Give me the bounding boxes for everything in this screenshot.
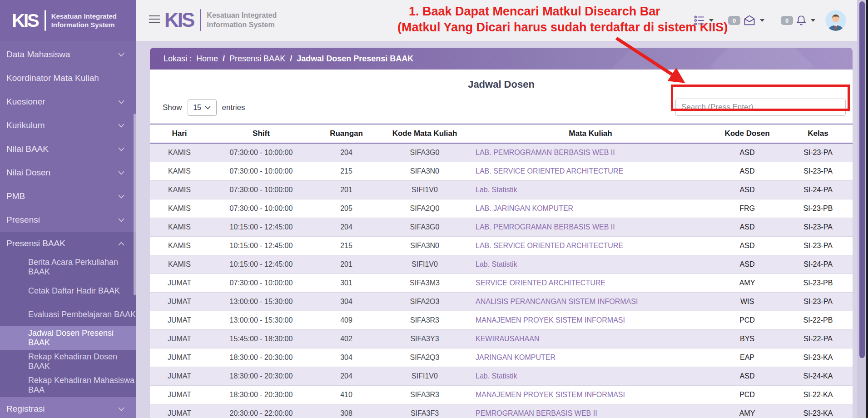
sidebar-item-registrasi[interactable]: Registrasi [0, 397, 136, 418]
sidebar-item-data-mahasiswa[interactable]: Data Mahasiswa [0, 43, 136, 66]
mata-kuliah-link[interactable]: LAB. SERVICE ORIENTED ARCHITECTURE [470, 237, 711, 255]
sidebar-subitem-rekap-kehadiran-mahasiswa-baa[interactable]: Rekap Kehadiran Mahasiswa BAA [0, 373, 136, 397]
checklist-icon [694, 15, 705, 26]
topbar: KIS Kesatuan Integrated Information Syst… [136, 0, 868, 41]
table-row: KAMIS07:30:00 - 10:00:00215SIFA3N0LAB. S… [150, 162, 853, 181]
sidebar-group-kurikulum: Kurikulum [0, 114, 136, 137]
cell-kode-mata-kuliah: SIFA2O3 [379, 293, 470, 311]
mata-kuliah-link[interactable]: MANAJEMEN PROYEK SISTEM INFORMASI [470, 311, 711, 330]
cell-kelas: SI-23-PB [784, 199, 853, 218]
breadcrumb-item-presensi-baak[interactable]: Presensi BAAK [229, 54, 285, 63]
cell-kode-dosen: BYS [711, 330, 784, 348]
chevron-down-icon [118, 147, 124, 151]
cell-kelas: SI-23-PA [784, 143, 853, 162]
column-header-kode-mata-kuliah[interactable]: Kode Mata Kuliah [379, 124, 470, 143]
breadcrumb-item-jadwal-dosen-presensi-baak[interactable]: Jadwal Dosen Presensi BAAK [297, 54, 413, 63]
cell-hari: KAMIS [150, 199, 209, 218]
main-content: Lokasi : Home/Presensi BAAK/Jadwal Dosen… [136, 41, 868, 418]
sidebar-item-nilai-baak[interactable]: Nilai BAAK [0, 137, 136, 161]
cell-kelas: SI-22-KA [784, 386, 853, 404]
cell-kode-mata-kuliah: SIFI1V0 [379, 367, 470, 386]
mata-kuliah-link[interactable]: LAB. SERVICE ORIENTED ARCHITECTURE [470, 162, 711, 181]
chevron-up-icon [118, 242, 124, 246]
mata-kuliah-link[interactable]: SERVICE ORIENTED ARCHITECTURE [470, 274, 711, 293]
sidebar-subitem-evaluasi-pembelajaran-baak[interactable]: Evaluasi Pembelajaran BAAK [0, 303, 136, 326]
sidebar-subitem-berita-acara-perkuliahan-baak[interactable]: Berita Acara Perkuliahan BAAK [0, 255, 136, 279]
notifications-menu-button[interactable]: 0 [781, 14, 815, 27]
sidebar-item-koordinator-mata-kuliah[interactable]: Koordinator Mata Kuliah [0, 66, 136, 90]
sidebar-item-pmb[interactable]: PMB [0, 184, 136, 208]
page-scrollbar-thumb[interactable] [859, 1, 865, 358]
cell-kelas: SI-23-PA [784, 237, 853, 255]
sidebar-item-label: Presensi BAAK [6, 239, 65, 249]
column-header-kode-dosen[interactable]: Kode Dosen [711, 124, 784, 143]
mata-kuliah-link[interactable]: MANAJEMEN PROYEK SISTEM INFORMASI [470, 386, 711, 404]
sidebar-item-nilai-dosen[interactable]: Nilai Dosen [0, 161, 136, 184]
caret-down-icon [709, 19, 714, 22]
mata-kuliah-link[interactable]: LAB. JARINGAN KOMPUTER [470, 199, 711, 218]
messages-menu-button[interactable]: 0 [728, 14, 764, 27]
cell-hari: JUMAT [150, 274, 209, 293]
table-row: KAMIS10:15:00 - 12:45:00201SIFI1V0Lab. S… [150, 255, 853, 274]
column-header-mata-kuliah[interactable]: Mata Kuliah [470, 124, 711, 143]
sidebar-subitem-cetak-daftar-hadir-baak[interactable]: Cetak Daftar Hadir BAAK [0, 279, 136, 303]
cell-hari: JUMAT [150, 311, 209, 330]
sidebar-item-presensi[interactable]: Presensi [0, 208, 136, 232]
table-row: KAMIS10:15:00 - 12:45:00204SIFA3G0LAB. P… [150, 218, 853, 237]
column-header-shift[interactable]: Shift [209, 124, 313, 143]
cell-hari: JUMAT [150, 386, 209, 404]
sidebar-subitem-jadwal-dosen-presensi-baak[interactable]: Jadwal Dosen Presensi BAAK [0, 326, 136, 350]
tasks-menu-button[interactable] [694, 15, 714, 26]
breadcrumb-item-home[interactable]: Home [196, 54, 218, 63]
column-header-kelas[interactable]: Kelas [784, 124, 853, 143]
content-card: Lokasi : Home/Presensi BAAK/Jadwal Dosen… [150, 48, 853, 418]
mail-count-badge: 0 [728, 16, 740, 25]
mata-kuliah-link[interactable]: LAB. PEMROGRAMAN BERBASIS WEB II [470, 143, 711, 162]
cell-shift: 15:45:00 - 18:30:00 [209, 330, 313, 348]
sidebar: KIS Kesatuan Integrated Information Syst… [0, 0, 136, 418]
sidebar-subitem-rekap-kehadiran-dosen-baak[interactable]: Rekap Kehadiran Dosen BAAK [0, 350, 136, 373]
sidebar-scrollbar[interactable] [134, 114, 136, 295]
sidebar-item-presensi-baak[interactable]: Presensi BAAK [0, 232, 136, 255]
cell-shift: 18:30:00 - 20:30:00 [209, 367, 313, 386]
cell-shift: 07:30:00 - 10:00:00 [209, 162, 313, 181]
menu-toggle-button[interactable] [149, 15, 160, 25]
sidebar-item-label: Koordinator Mata Kuliah [6, 73, 99, 83]
sidebar-item-label: Kurikulum [6, 120, 45, 130]
sidebar-item-kurikulum[interactable]: Kurikulum [0, 114, 136, 137]
cell-kelas: SI-23-PB [784, 274, 853, 293]
kiis-logo-icon: KIS [12, 10, 38, 31]
mata-kuliah-link[interactable]: PEMROGRAMAN BERBASIS WEB II [470, 404, 711, 418]
cell-kode-mata-kuliah: SIFA3G0 [379, 143, 470, 162]
mata-kuliah-link[interactable]: Lab. Statistik [470, 367, 711, 386]
logo-divider [200, 9, 201, 31]
mata-kuliah-link[interactable]: Lab. Statistik [470, 181, 711, 199]
sidebar-item-kuesioner[interactable]: Kuesioner [0, 90, 136, 114]
mata-kuliah-link[interactable]: ANALISIS PERANCANGAN SISTEM INFORMASI [470, 293, 711, 311]
column-header-ruangan[interactable]: Ruangan [313, 124, 379, 143]
column-header-hari[interactable]: Hari [150, 124, 209, 143]
cell-ruangan: 201 [313, 255, 379, 274]
chevron-down-icon [118, 124, 124, 128]
mata-kuliah-link[interactable]: KEWIRAUSAHAAN [470, 330, 711, 348]
cell-ruangan: 409 [313, 311, 379, 330]
mata-kuliah-link[interactable]: LAB. PEMROGRAMAN BERBASIS WEB II [470, 218, 711, 237]
cell-ruangan: 304 [313, 348, 379, 367]
cell-shift: 18:30:00 - 20:30:00 [209, 348, 313, 367]
sidebar-item-label: Nilai Dosen [6, 168, 50, 178]
mata-kuliah-link[interactable]: JARINGAN KOMPUTER [470, 348, 711, 367]
table-row: JUMAT15:45:00 - 18:30:00402SIFA3Y3KEWIRA… [150, 330, 853, 348]
user-avatar[interactable] [825, 10, 846, 31]
table-row: JUMAT13:00:00 - 15:30:00304SIFA2O3ANALIS… [150, 293, 853, 311]
search-input[interactable] [675, 99, 846, 116]
cell-kode-mata-kuliah: SIFI1V0 [379, 255, 470, 274]
cell-ruangan: 205 [313, 199, 379, 218]
mata-kuliah-link[interactable]: Lab. Statistik [470, 255, 711, 274]
sidebar-item-label: PMB [6, 191, 25, 201]
topbar-icons: 0 0 [694, 0, 846, 41]
entries-per-page-select[interactable]: 15 [188, 100, 217, 116]
kiis-logo-icon: KIS [164, 9, 193, 31]
sidebar-group-registrasi: Registrasi [0, 397, 136, 418]
cell-kode-dosen: ASD [711, 181, 784, 199]
entries-label: entries [222, 103, 245, 112]
